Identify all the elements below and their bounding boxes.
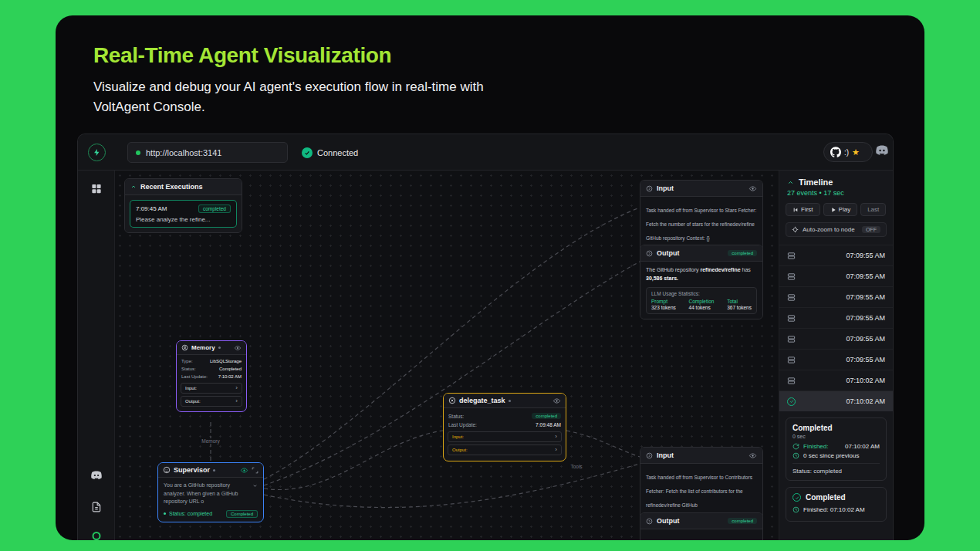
circle-chevron-icon [646, 185, 653, 192]
event-time: 07:10:02 AM [846, 397, 885, 405]
chevron-down-icon[interactable] [252, 483, 258, 506]
llm-stat-prompt: Prompt 323 tokens [651, 299, 676, 310]
llm-stat-completion: Completion 44 tokens [689, 299, 715, 310]
delegate-task-node[interactable]: delegate_task Status:completed Last Upda… [443, 393, 566, 461]
agent-event-icon [787, 356, 796, 364]
output-label: Output: [452, 448, 468, 452]
contributors-output-header[interactable]: Output completed [640, 513, 762, 529]
refresh-icon [792, 443, 799, 450]
flow-canvas[interactable]: Memory Tools Recent Executions 7:09:45 A… [115, 171, 780, 540]
hero-card: Real-Time Agent Visualization Visualize … [56, 15, 924, 540]
docs-file-icon[interactable] [91, 501, 102, 513]
autozoom-state-badge: OFF [862, 226, 880, 233]
execution-list-item[interactable]: 7:09:45 AM completed Please analyze the … [130, 200, 237, 228]
eye-icon[interactable] [749, 452, 757, 459]
server-url-input[interactable]: http://localhost:3141 [127, 142, 288, 163]
supervisor-node-header[interactable]: Supervisor [158, 463, 263, 478]
server-url-value: http://localhost:3141 [146, 148, 221, 157]
last-button[interactable]: Last [860, 203, 886, 216]
input-panel-title: Input [657, 451, 674, 459]
event-duration: 0 sec [792, 434, 880, 439]
check-circle-icon [787, 397, 796, 406]
chevron-up-icon[interactable] [130, 184, 137, 190]
supervisor-node[interactable]: Supervisor You are a GitHub repository a… [157, 462, 264, 522]
dashboard-grid-icon[interactable] [90, 183, 102, 194]
memory-input-row[interactable]: Input:› [181, 383, 242, 394]
recent-executions-header[interactable]: Recent Executions [125, 179, 242, 195]
output-text-pre: The GitHub repository [646, 267, 698, 272]
event-time: 07:09:55 AM [846, 293, 885, 301]
timeline-event-row[interactable]: 07:09:55 AM [779, 265, 893, 286]
discord-icon [874, 144, 890, 157]
discord-sidebar-icon[interactable] [90, 470, 103, 481]
agent-event-icon [787, 293, 796, 302]
event-time: 07:09:55 AM [846, 335, 885, 343]
contributors-input-panel: Input Task handed off from Supervisor to… [640, 447, 763, 522]
play-button-label: Play [839, 206, 851, 213]
eye-icon[interactable] [749, 185, 757, 192]
expand-icon[interactable] [252, 467, 259, 474]
finished-value: 07:10:02 AM [845, 443, 880, 450]
connection-status-label: Connected [317, 148, 358, 157]
discord-link[interactable] [874, 144, 890, 157]
output-star-count: 30,586 stars. [646, 276, 678, 281]
memory-node-title: Memory [191, 344, 215, 351]
timeline-event-row[interactable]: 07:10:02 AM [779, 370, 893, 390]
supervisor-status-badge: Completed [226, 510, 258, 518]
eye-icon[interactable] [234, 345, 242, 351]
field-label: Last Update: [448, 422, 477, 428]
voltagent-logo-button[interactable] [88, 144, 106, 161]
contributors-input-header[interactable]: Input [640, 448, 762, 464]
delegate-task-title: delegate_task [459, 397, 505, 404]
timeline-event-row[interactable]: 07:09:55 AM [779, 307, 893, 328]
status-dot [164, 512, 166, 515]
recent-executions-title: Recent Executions [140, 183, 203, 191]
timeline-event-row[interactable]: 07:09:55 AM [779, 245, 893, 265]
timeline-summary: 27 events • 17 sec [779, 189, 893, 203]
field-label: Type: [181, 359, 193, 363]
connection-status: Connected [302, 142, 358, 163]
play-button[interactable]: Play [823, 203, 858, 216]
eye-icon[interactable] [240, 467, 248, 474]
field-value: Completed [219, 367, 242, 371]
field-value: 7:10:02 AM [218, 374, 242, 379]
delegate-task-header[interactable]: delegate_task [444, 394, 566, 408]
event-detail-card: Completed 0 sec Finished: 07:10:02 AM 0 … [786, 417, 887, 481]
agent-icon [163, 466, 171, 474]
timeline-event-row[interactable]: 07:09:55 AM [779, 286, 893, 307]
memory-node-header[interactable]: Memory [177, 341, 246, 355]
stars-output-header[interactable]: Output completed [640, 245, 762, 262]
agent-event-icon [787, 335, 796, 343]
memory-output-row[interactable]: Output:› [181, 396, 242, 407]
stars-output-panel: Output completed The GitHub repository r… [640, 245, 763, 319]
field-label: Last Update: [181, 374, 208, 379]
stat-value: 323 tokens [651, 305, 676, 310]
agent-event-icon [787, 314, 796, 323]
agent-event-icon [787, 377, 796, 385]
autozoom-toggle[interactable]: Auto-zoom to node OFF [786, 222, 887, 237]
llm-stat-total: Total 367 tokens [727, 299, 752, 310]
edge-label-tools: Tools [568, 464, 584, 469]
circle-chevron-icon [646, 518, 653, 525]
timeline-event-row[interactable]: 07:09:55 AM [779, 349, 893, 370]
github-star-widget[interactable]: :) ★ [823, 142, 873, 162]
stat-label: Completion [689, 299, 715, 304]
since-previous-text: 0 sec since previous [803, 452, 859, 459]
delegate-input-row[interactable]: Input:› [448, 431, 562, 442]
memory-node[interactable]: Memory Type:LibSQLStorage Status:Complet… [176, 340, 247, 412]
agent-event-icon [787, 252, 796, 260]
chevron-up-icon[interactable] [787, 179, 794, 186]
stars-input-header[interactable]: Input [640, 181, 762, 197]
chevron-right-icon: › [235, 385, 238, 391]
timeline-event-row-selected[interactable]: 07:10:02 AM [779, 390, 893, 411]
circle-chevron-icon [646, 250, 653, 257]
event-time: 07:09:55 AM [846, 252, 885, 259]
recent-executions-panel: Recent Executions 7:09:45 AM completed P… [124, 178, 242, 233]
status-ring-icon[interactable] [92, 532, 100, 540]
eye-icon[interactable] [553, 397, 561, 404]
timeline-event-row[interactable]: 07:09:55 AM [779, 328, 893, 349]
chevron-right-icon: › [235, 398, 238, 404]
first-button[interactable]: First [786, 203, 820, 216]
output-panel-title: Output [657, 517, 680, 525]
delegate-output-row[interactable]: Output:› [448, 445, 562, 455]
